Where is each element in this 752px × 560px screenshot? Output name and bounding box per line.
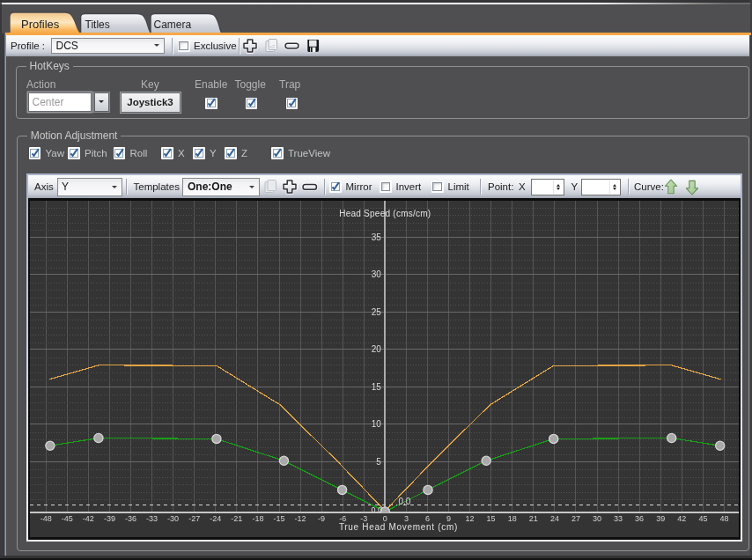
svg-text:42: 42 [677,514,686,523]
svg-text:-42: -42 [83,514,94,523]
svg-text:18: 18 [508,514,517,523]
svg-text:-3: -3 [360,514,367,523]
svg-text:36: 36 [635,514,644,523]
svg-text:0.0: 0.0 [372,505,383,514]
svg-text:30: 30 [372,270,382,280]
svg-text:20: 20 [372,345,382,355]
svg-text:Profiles: Profiles [21,18,60,31]
svg-text:15: 15 [372,382,382,392]
svg-text:24: 24 [550,514,559,523]
svg-text:True Head Movement (cm): True Head Movement (cm) [339,522,458,532]
svg-text:30: 30 [593,514,601,523]
svg-text:45: 45 [698,514,707,523]
svg-text:Titles: Titles [85,18,110,31]
svg-text:0: 0 [383,514,387,523]
svg-text:-48: -48 [41,514,52,523]
svg-text:15: 15 [487,514,496,523]
svg-text:-21: -21 [231,514,242,523]
svg-text:-33: -33 [146,514,158,523]
svg-text:-6: -6 [339,514,346,523]
svg-text:5: 5 [376,457,381,467]
svg-text:-24: -24 [210,514,221,523]
svg-text:39: 39 [656,514,665,523]
svg-text:12: 12 [466,514,475,523]
svg-text:-39: -39 [104,514,115,523]
svg-text:-27: -27 [188,514,200,523]
svg-text:-15: -15 [273,514,284,523]
svg-text:Camera: Camera [154,18,192,31]
svg-text:21: 21 [529,514,538,523]
svg-text:-12: -12 [294,514,306,523]
svg-text:Head Speed (cms/cm): Head Speed (cms/cm) [339,209,431,218]
svg-text:33: 33 [614,514,623,523]
svg-text:27: 27 [571,514,580,523]
svg-text:-36: -36 [125,514,136,523]
svg-text:x2: x2 [269,44,276,49]
svg-text:35: 35 [372,232,382,242]
svg-text:0.0: 0.0 [399,497,411,506]
svg-text:-9: -9 [318,514,325,523]
svg-text:-45: -45 [62,514,73,523]
svg-text:-30: -30 [167,514,179,523]
svg-text:9: 9 [446,514,451,523]
svg-text:48: 48 [719,514,728,523]
svg-text:3: 3 [404,514,409,523]
svg-text:6: 6 [425,514,430,523]
svg-text:25: 25 [372,307,382,317]
svg-text:10: 10 [372,420,382,430]
svg-text:-18: -18 [252,514,263,523]
